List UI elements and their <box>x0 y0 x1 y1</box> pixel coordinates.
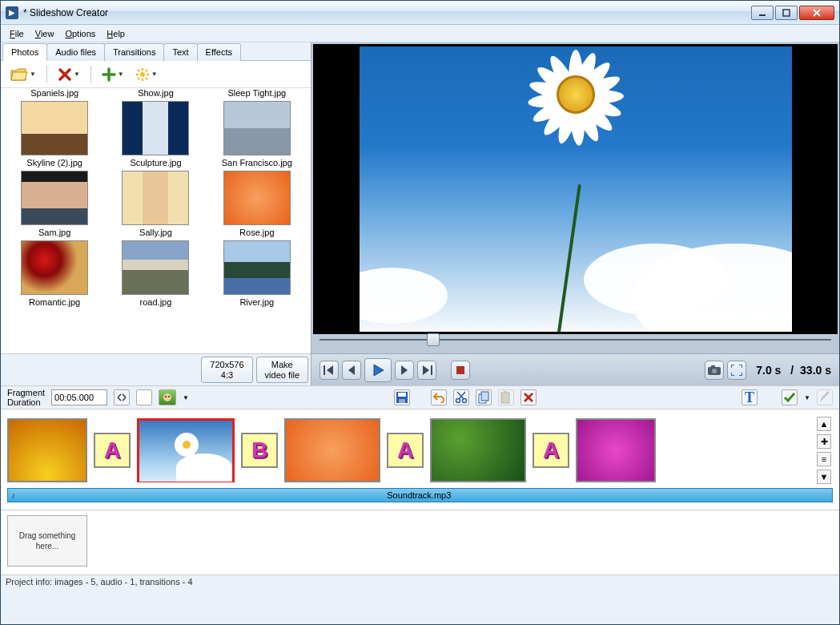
cut-button[interactable] <box>453 389 469 405</box>
transition-1[interactable]: A <box>94 433 131 468</box>
transition-3[interactable]: A <box>387 433 424 468</box>
thumb-skyline[interactable]: Skyline (2).jpg <box>10 101 98 167</box>
open-folder-button[interactable]: ▼ <box>7 66 39 83</box>
window-title: * Slideshow Creator <box>23 7 751 18</box>
duration-sync-button[interactable] <box>114 389 130 405</box>
photo-gallery[interactable]: Spaniels.jpg Show.jpg Sleep Tight.jpg Sk… <box>1 88 311 353</box>
menu-options[interactable]: Options <box>59 27 101 40</box>
tab-text[interactable]: Text <box>163 43 197 61</box>
blank-button[interactable] <box>136 389 152 405</box>
time-total: 33.0 s <box>800 364 831 377</box>
svg-point-2 <box>140 72 145 77</box>
delete-button[interactable]: ▼ <box>54 66 83 83</box>
text-tool-button[interactable]: T <box>742 389 758 405</box>
svg-rect-12 <box>431 365 432 375</box>
minimize-button[interactable] <box>751 6 774 20</box>
check-button[interactable] <box>782 389 798 405</box>
thumb-label: Show.jpg <box>111 88 199 98</box>
thumb-river[interactable]: River.jpg <box>213 240 301 307</box>
fullscreen-button[interactable] <box>727 361 746 380</box>
svg-rect-0 <box>759 14 766 16</box>
upper-pane: Photos Audio files Transitions Text Effe… <box>1 42 839 385</box>
timeline-item-1[interactable] <box>7 418 87 482</box>
svg-rect-22 <box>399 399 405 403</box>
paste-button[interactable] <box>498 389 514 405</box>
menu-help[interactable]: Help <box>101 27 131 40</box>
left-panel: Photos Audio files Transitions Text Effe… <box>1 42 311 385</box>
timeline-item-4[interactable] <box>430 418 526 482</box>
tab-effects[interactable]: Effects <box>197 43 241 61</box>
svg-line-8 <box>146 78 147 79</box>
app-window: ▶ * Slideshow Creator File View Options … <box>0 0 840 625</box>
duration-input[interactable] <box>51 389 107 405</box>
tabs: Photos Audio files Transitions Text Effe… <box>1 42 311 61</box>
svg-rect-28 <box>504 391 507 393</box>
timeline-up-button[interactable]: ▲ <box>817 417 831 431</box>
timeline-tool2-button[interactable]: ≡ <box>817 452 831 466</box>
next-button[interactable] <box>395 361 414 380</box>
svg-point-15 <box>712 369 717 373</box>
drop-area: Drag something here... <box>1 510 839 575</box>
timeline-down-button[interactable]: ▼ <box>817 470 831 484</box>
timeline-item-5[interactable] <box>576 418 656 482</box>
timeline-item-3[interactable] <box>284 418 380 482</box>
playbar: 7.0 s / 33.0 s <box>311 353 839 385</box>
timeline-item-2[interactable] <box>137 418 235 482</box>
svg-rect-13 <box>456 366 464 374</box>
thumb-sally[interactable]: Sally.jpg <box>111 171 199 237</box>
menu-view[interactable]: View <box>30 27 60 40</box>
save-button[interactable] <box>394 389 410 405</box>
tab-transitions[interactable]: Transitions <box>104 43 164 61</box>
thumb-rose[interactable]: Rose.jpg <box>213 171 301 237</box>
prev-button[interactable] <box>342 361 361 380</box>
face-button[interactable] <box>159 389 176 405</box>
svg-point-19 <box>168 396 170 397</box>
thumb-label: Spaniels.jpg <box>10 88 98 98</box>
transition-4[interactable]: A <box>533 433 569 468</box>
last-button[interactable] <box>417 361 436 380</box>
app-icon: ▶ <box>6 6 18 19</box>
timeline[interactable]: A B A A ▲ ✚ ≡ ▼ <box>1 409 839 510</box>
make-video-button[interactable]: Make video file <box>256 357 308 383</box>
undo-button[interactable] <box>431 389 447 405</box>
effect-button[interactable]: ▼ <box>132 66 161 83</box>
brush-button[interactable] <box>817 389 833 405</box>
slider-handle[interactable] <box>427 333 440 346</box>
tab-photos[interactable]: Photos <box>2 43 47 61</box>
time-sep: / <box>787 364 797 377</box>
timeline-tool1-button[interactable]: ✚ <box>817 434 831 449</box>
close-button[interactable] <box>799 6 834 20</box>
resolution-button[interactable]: 720x576 4:3 <box>201 357 252 383</box>
thumb-road[interactable]: road.jpg <box>111 240 199 307</box>
svg-line-9 <box>146 70 147 71</box>
svg-line-10 <box>138 78 139 79</box>
preview-slider[interactable] <box>311 334 839 353</box>
tab-audio[interactable]: Audio files <box>46 43 105 61</box>
thumb-sam[interactable]: Sam.jpg <box>10 171 98 237</box>
audio-track[interactable]: ♪ Soundtrack.mp3 <box>7 488 833 502</box>
play-button[interactable] <box>364 358 392 382</box>
status-bar: Project info: images - 5, audio - 1, tra… <box>1 575 839 591</box>
menu-file-label: ile <box>15 29 24 38</box>
svg-point-18 <box>165 396 167 397</box>
maximize-button[interactable] <box>775 6 798 20</box>
photo-toolbar: ▼ ▼ ▼ ▼ <box>1 61 311 88</box>
drop-target[interactable]: Drag something here... <box>7 515 87 567</box>
delete-item-button[interactable] <box>520 389 537 405</box>
thumb-sculpture[interactable]: Sculpture.jpg <box>111 101 199 167</box>
svg-rect-26 <box>481 392 488 401</box>
transition-2[interactable]: B <box>241 433 278 468</box>
snapshot-button[interactable] <box>705 361 724 380</box>
stop-button[interactable] <box>451 361 470 380</box>
svg-point-17 <box>163 393 171 401</box>
first-button[interactable] <box>320 361 339 380</box>
add-button[interactable]: ▼ <box>98 66 127 83</box>
menu-file[interactable]: File <box>4 27 30 40</box>
svg-rect-21 <box>398 393 406 397</box>
thumb-romantic[interactable]: Romantic.jpg <box>10 240 98 307</box>
copy-button[interactable] <box>476 389 492 405</box>
fragment-label: FragmentDuration <box>7 388 45 407</box>
thumb-sanfrancisco[interactable]: San Francisco.jpg <box>213 101 301 167</box>
svg-rect-16 <box>711 365 715 368</box>
preview-image <box>313 44 838 334</box>
